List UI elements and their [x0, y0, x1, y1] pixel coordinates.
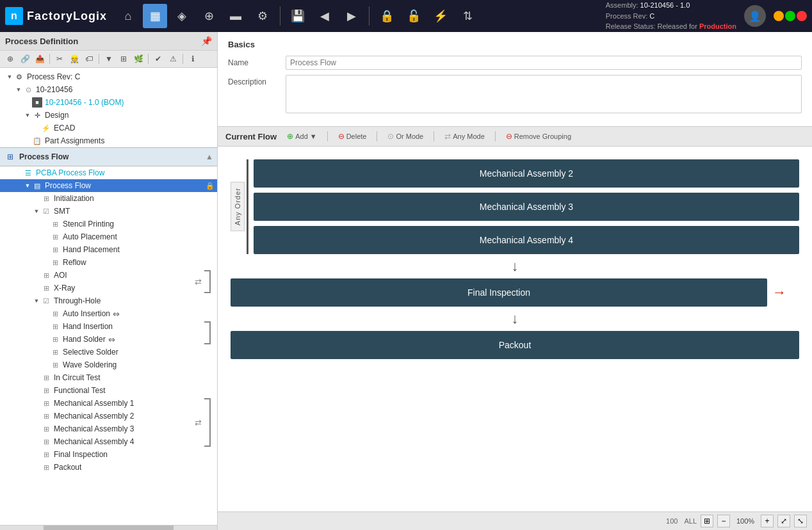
nav-settings[interactable]: ⚙ [250, 4, 275, 28]
tb-tag-icon[interactable]: 🏷 [83, 52, 95, 65]
tree-item-selective[interactable]: ⊞ Selective Solder [0, 346, 217, 358]
flow-block-mech4-label: Mechanical Assembly 4 [480, 235, 573, 245]
tb-filter-icon[interactable]: ▼ [102, 52, 115, 65]
flow-block-mech4[interactable]: Mechanical Assembly 4 [254, 226, 799, 254]
tree-item-reflow[interactable]: ⊞ Reflow [0, 256, 217, 269]
zoom-out-btn[interactable]: − [717, 515, 730, 527]
tree-item-mech1[interactable]: ⊞ Mechanical Assembly 1 [0, 397, 199, 410]
tree-item-func-test[interactable]: ⊞ Functional Test [0, 384, 217, 397]
tb-person-icon[interactable]: 👷 [68, 52, 81, 65]
maximize-button[interactable] [785, 11, 795, 21]
delete-button[interactable]: ⊖ Delete [333, 131, 372, 142]
nav-back[interactable]: ◀ [313, 4, 337, 28]
tb-warn-icon[interactable]: ⚠ [166, 52, 179, 65]
tree-item-stencil[interactable]: ⊞ Stencil Printing [0, 218, 217, 230]
tree-item-through-hole[interactable]: ▼ ☑ Through-Hole [0, 294, 217, 307]
design-icon: ✛ [32, 110, 42, 120]
expand-design[interactable]: ▼ [23, 112, 32, 118]
process-flow-nav-up[interactable]: ▲ [206, 152, 213, 161]
final-inspection-wrapper: Final Inspection → [231, 278, 767, 307]
tree-item-auto-placement[interactable]: ⊞ Auto Placement [0, 230, 217, 243]
tree-item-final[interactable]: ⊞ Final Inspection [0, 448, 217, 461]
tree-item-hand-insertion[interactable]: ⊞ Hand Insertion [0, 320, 199, 333]
nav-layers[interactable]: ◈ [170, 4, 194, 28]
tree-item-ecad[interactable]: ⚡ ECAD [0, 122, 217, 134]
tb-link-icon[interactable]: 🔗 [19, 52, 31, 65]
flow-block-mech3[interactable]: Mechanical Assembly 3 [254, 193, 799, 221]
tree-item-mech2[interactable]: ⊞ Mechanical Assembly 2 [0, 410, 199, 422]
expand-through-hole[interactable]: ▼ [32, 298, 41, 304]
tree-item-mech3[interactable]: ⊞ Mechanical Assembly 3 [0, 422, 199, 435]
init-icon: ⊞ [41, 193, 51, 204]
nav-forward[interactable]: ▶ [339, 4, 364, 28]
zoom-in-btn[interactable]: + [761, 515, 774, 527]
tree-item-hand-solder[interactable]: ⊞ Hand Solder ⇔ [0, 333, 199, 346]
flow-canvas[interactable]: Any Order Mechanical Assembly 2 Mechanic… [218, 147, 812, 511]
tree-item-parts[interactable]: 📋 Part Assignments [0, 134, 217, 147]
nav-save[interactable]: 💾 [286, 4, 310, 28]
tree-item-hand-placement[interactable]: ⊞ Hand Placement [0, 243, 217, 256]
tree-item-auto-insertion[interactable]: ⊞ Auto Insertion ⇔ [0, 307, 217, 320]
zoom-expand-btn[interactable]: ⤢ [777, 515, 790, 527]
tree-item-assembly[interactable]: ▼ ⊙ 10-210456 [0, 83, 217, 96]
topbar: n FactoryLogix ⌂ ▦ ◈ ⊕ ▬ ⚙ 💾 ◀ ▶ 🔒 🔓 ⚡ ⇅… [0, 0, 812, 32]
tb-tree-icon[interactable]: 🌿 [132, 52, 145, 65]
assembly-label: Assembly: [606, 1, 638, 9]
nav-globe[interactable]: ⊕ [197, 4, 221, 28]
tb-info-icon[interactable]: ℹ [186, 52, 199, 65]
tree-item-pcba[interactable]: ☰ PCBA Process Flow [0, 166, 217, 179]
expand-process-flow[interactable]: ▼ [23, 182, 32, 189]
remove-grouping-button[interactable]: ⊖ Remove Grouping [501, 131, 576, 142]
zoom-fit-btn[interactable]: ⊞ [701, 515, 713, 527]
or-mode-button[interactable]: ⊙ Or Mode [382, 131, 428, 142]
add-button[interactable]: ⊕ Add ▼ [282, 131, 321, 142]
nav-transfer[interactable]: ⇅ [455, 4, 480, 28]
tree-item-process-flow-selected[interactable]: ▼ ▤ Process Flow 🔒 [0, 179, 217, 192]
release-status-production: Production [699, 22, 736, 30]
tree-item-smt[interactable]: ▼ ☑ SMT [0, 205, 217, 218]
tb-export-icon[interactable]: 📤 [33, 52, 46, 65]
flow-block-packout[interactable]: Packout [231, 331, 799, 359]
nav-table[interactable]: ▬ [223, 4, 248, 28]
tb-cut-icon[interactable]: ✂ [53, 52, 66, 65]
close-button[interactable] [797, 11, 807, 21]
tb-expand-icon[interactable]: ⊞ [117, 52, 130, 65]
nav-home[interactable]: ⌂ [116, 4, 140, 28]
user-avatar[interactable]: 👤 [744, 5, 766, 27]
zoom-percent: 100% [734, 517, 757, 525]
nav-network[interactable]: ⚡ [428, 4, 453, 28]
hand-placement-icon: ⊞ [50, 245, 60, 255]
tree-container[interactable]: ▼ ⚙ Process Rev: C ▼ ⊙ 10-210456 ■ 10-21 [0, 68, 217, 525]
name-input[interactable] [286, 56, 802, 70]
expand-assembly[interactable]: ▼ [14, 86, 23, 93]
nav-grid[interactable]: ▦ [143, 4, 167, 28]
tree-item-ict[interactable]: ⊞ In Circuit Test [0, 371, 217, 384]
flow-block-final[interactable]: Final Inspection [231, 278, 767, 307]
nav-lock2[interactable]: 🔓 [402, 4, 426, 28]
tb-ok-icon[interactable]: ✔ [152, 52, 165, 65]
zoom-shrink-btn[interactable]: ⤡ [794, 515, 807, 527]
tree-item-aoi[interactable]: ⊞ AOI [0, 269, 199, 282]
tree-item-xray[interactable]: ⊞ X-Ray [0, 282, 199, 294]
tree-item-process-rev[interactable]: ▼ ⚙ Process Rev: C [0, 70, 217, 83]
minimize-button[interactable] [774, 11, 784, 21]
any-mode-button[interactable]: ⇄ Any Mode [439, 131, 490, 142]
tb-add-icon[interactable]: ⊕ [4, 52, 17, 65]
hand-solder-arrow: ⇔ [108, 335, 115, 344]
description-textarea[interactable] [286, 75, 802, 113]
tree-item-bom[interactable]: ■ 10-210456 - 1.0 (BOM) [0, 96, 217, 109]
tree-item-initialization[interactable]: ⊞ Initialization [0, 192, 217, 205]
pin-icon[interactable]: 📌 [201, 36, 212, 46]
tree-item-packout[interactable]: ⊞ Packout [0, 461, 217, 474]
expand-process-rev[interactable]: ▼ [5, 74, 14, 80]
flow-block-mech2[interactable]: Mechanical Assembly 2 [254, 159, 799, 188]
assembly-value: 10-210456 - 1.0 [640, 1, 690, 9]
through-hole-group: ▼ ☑ Through-Hole ⊞ Auto Insertion ⇔ [0, 294, 217, 371]
tree-item-mech4[interactable]: ⊞ Mechanical Assembly 4 [0, 435, 199, 448]
expand-smt[interactable]: ▼ [32, 208, 41, 214]
aoi-xray-group: ⊞ AOI ⊞ X-Ray ⇄ [0, 269, 217, 294]
tree-item-wave[interactable]: ⊞ Wave Soldering [0, 358, 217, 371]
nav-lock1[interactable]: 🔒 [375, 4, 399, 28]
bom-icon: ■ [32, 97, 42, 108]
tree-item-design[interactable]: ▼ ✛ Design [0, 109, 217, 122]
